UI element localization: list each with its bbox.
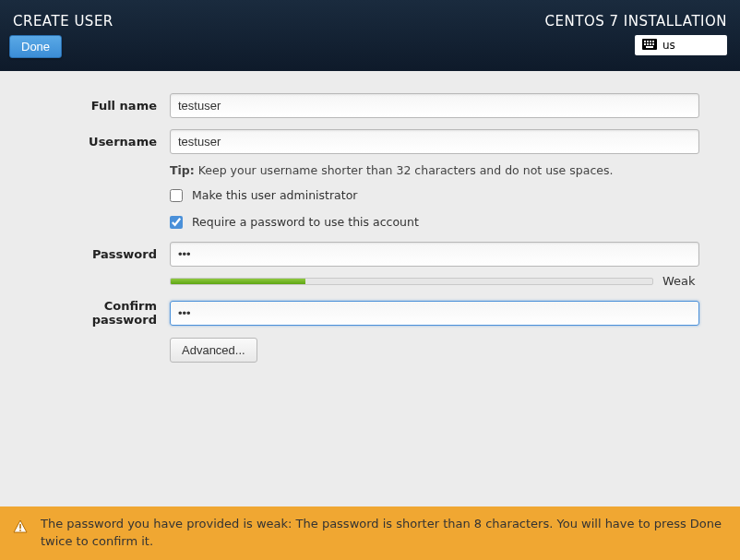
confirm-password-label: Confirm password: [41, 299, 170, 327]
svg-rect-6: [647, 43, 649, 45]
header-bar: CREATE USER CENTOS 7 INSTALLATION us Don…: [0, 0, 740, 71]
require-password-checkbox[interactable]: [170, 216, 183, 229]
username-tip: Tip: Keep your username shorter than 32 …: [170, 163, 699, 177]
advanced-button[interactable]: Advanced...: [170, 338, 257, 363]
username-input[interactable]: [170, 129, 699, 154]
make-admin-row[interactable]: Make this user administrator: [170, 188, 699, 202]
svg-rect-9: [646, 46, 653, 48]
keyboard-layout-label: us: [662, 39, 675, 52]
make-admin-label: Make this user administrator: [192, 188, 357, 202]
warning-bar: The password you have provided is weak: …: [0, 506, 740, 560]
svg-rect-12: [19, 530, 21, 531]
done-button[interactable]: Done: [9, 35, 62, 58]
svg-rect-5: [644, 43, 646, 45]
tip-text: Keep your username shorter than 32 chara…: [198, 163, 614, 177]
password-strength-label: Weak: [662, 274, 699, 288]
require-password-row[interactable]: Require a password to use this account: [170, 215, 699, 229]
confirm-password-input[interactable]: [170, 301, 699, 326]
svg-rect-4: [652, 41, 654, 42]
svg-rect-11: [19, 524, 21, 529]
page-title: CREATE USER: [13, 13, 113, 30]
warning-icon: [13, 519, 28, 534]
make-admin-checkbox[interactable]: [170, 189, 183, 202]
fullname-input[interactable]: [170, 93, 699, 118]
password-strength-fill: [171, 279, 305, 284]
svg-rect-8: [652, 43, 654, 45]
tip-prefix: Tip:: [170, 163, 195, 177]
password-input[interactable]: [170, 242, 699, 267]
keyboard-icon: [642, 39, 657, 53]
svg-rect-2: [647, 41, 649, 42]
keyboard-layout-selector[interactable]: us: [635, 35, 727, 55]
svg-rect-1: [644, 41, 646, 42]
create-user-form: Full name Username Tip: Keep your userna…: [0, 71, 740, 363]
installer-name: CENTOS 7 INSTALLATION: [545, 13, 727, 30]
fullname-label: Full name: [41, 99, 170, 113]
warning-text: The password you have provided is weak: …: [41, 516, 727, 551]
username-label: Username: [41, 135, 170, 149]
password-strength-bar: [170, 278, 653, 285]
svg-rect-7: [650, 43, 651, 45]
require-password-label: Require a password to use this account: [192, 215, 419, 229]
svg-rect-3: [650, 41, 651, 42]
password-label: Password: [41, 247, 170, 261]
